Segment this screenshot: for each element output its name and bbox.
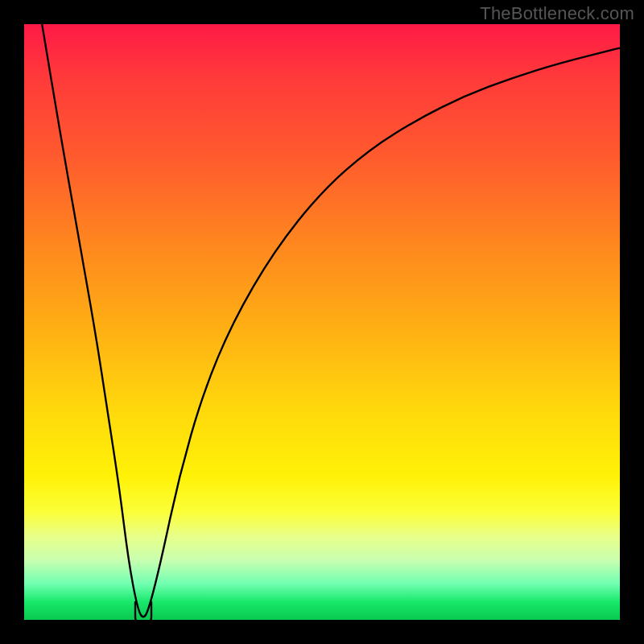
bottleneck-curve: [42, 24, 620, 617]
plot-area: [24, 24, 620, 620]
attribution-text: TheBottleneck.com: [480, 3, 634, 24]
chart-frame: TheBottleneck.com: [0, 0, 644, 644]
curve-layer: [24, 24, 620, 620]
